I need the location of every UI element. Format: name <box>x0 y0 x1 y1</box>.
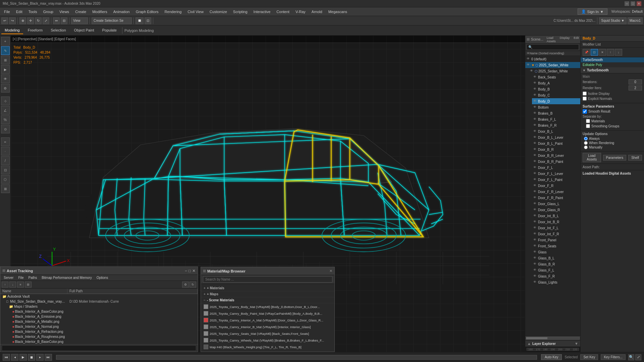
maximize-btn[interactable]: □ <box>631 1 635 6</box>
scene-item-door-fl-lever[interactable]: 👁 Door_F_L_Lever <box>532 171 580 177</box>
at-col-name[interactable]: Name <box>0 289 67 294</box>
scene-item-door-int-bl[interactable]: 👁 Door_Int_B_L <box>532 213 580 219</box>
angle-snap[interactable]: ∠ <box>1 106 10 115</box>
go-to-end-btn[interactable]: ⏭ <box>45 354 52 361</box>
menu-item-graph-editors[interactable]: Graph Editors <box>133 9 161 14</box>
go-to-start-btn[interactable]: ⏮ <box>3 354 10 361</box>
menu-item-views[interactable]: Views <box>57 9 72 14</box>
scene-item-door-glass-r[interactable]: 👁 Door_Glass_R <box>532 207 580 213</box>
at-row-tex-3[interactable]: ■Black_Interior_A_Metallic.png <box>0 319 198 324</box>
at-row-max-file[interactable]: 🗋Mid_Size_Sedan_Black_max_vray.max D:\3D… <box>0 299 198 304</box>
motion-btn[interactable]: ▶ <box>1 65 10 74</box>
utilities-btn[interactable]: ⚙ <box>1 84 10 93</box>
scene-item-sedan-white-parent[interactable]: 👁 ▼ ⬡ 2025_Sedan_White <box>525 62 580 68</box>
polygon-mode[interactable]: ⬡ <box>1 175 10 184</box>
scene-item-door-br-lever[interactable]: 👁 Door_B_R_Lever <box>532 153 580 159</box>
at-menu-server[interactable]: Server <box>2 276 15 280</box>
scene-item-door-fr-lever[interactable]: 👁 Door_F_R_Lever <box>532 189 580 195</box>
menu-item-tools[interactable]: Tools <box>26 9 40 14</box>
at-menu-options[interactable]: Options <box>95 276 110 280</box>
mod-icon-up[interactable]: ↑ <box>607 49 614 56</box>
at-row-maps-shaders[interactable]: 📁Maps / Shaders <box>0 304 198 309</box>
scene-item-front-panel[interactable]: 👁 Front_Panel <box>532 237 580 243</box>
menu-item-arnold[interactable]: Arnold <box>309 9 325 14</box>
hierarchy-btn[interactable]: ⊞ <box>1 56 10 64</box>
scene-item-glass-br[interactable]: 👁 Glass_B_R <box>532 261 580 267</box>
menu-item-modifiers[interactable]: Modifiers <box>90 9 110 14</box>
isoline-checkbox[interactable] <box>583 92 587 96</box>
layer-explorer-btn[interactable]: ▲ Layer Explorer ▼ <box>525 340 580 347</box>
render-iters-value[interactable]: 2 <box>629 85 642 90</box>
scene-item-glass-fl[interactable]: 👁 Glass_F_L <box>532 267 580 273</box>
when-rendering-radio[interactable] <box>584 141 588 145</box>
vertex-mode[interactable]: · <box>1 147 10 156</box>
scene-item-brakes-fr[interactable]: 👁 Brakes_F_R <box>532 122 580 128</box>
scene-item-body-b[interactable]: 👁 Body_B <box>532 86 580 92</box>
at-row-tex-7[interactable]: ■Black_Interior_B_BaseColor.png <box>0 339 198 344</box>
next-frame-btn[interactable]: ▸ <box>36 354 44 361</box>
load-assets-btn[interactable]: Load Assets <box>583 153 601 162</box>
scene-item-door-br[interactable]: 👁 Door_B_R <box>532 146 580 153</box>
prev-frame-btn[interactable]: ◂ <box>11 354 18 361</box>
redo-icon[interactable]: ↪ <box>9 17 16 24</box>
rotate-tool[interactable]: ↻ <box>35 17 42 24</box>
at-search-input[interactable] <box>2 345 196 351</box>
explicit-normals-checkbox[interactable] <box>583 97 587 101</box>
at-maximize-btn[interactable]: □ <box>189 268 191 273</box>
scene-tab-select[interactable]: Load Assets <box>545 36 558 44</box>
scene-list-scrollbar[interactable] <box>526 337 580 340</box>
menu-item-create[interactable]: Create <box>72 9 89 14</box>
mat-item-interior-a[interactable]: 2025_Toyota_Camry_Interior_A_Mat (VRayMt… <box>201 317 334 323</box>
mod-icon-configure[interactable]: ⊡ <box>591 49 598 56</box>
menu-item-scripting[interactable]: Scripting <box>230 9 250 14</box>
scene-item-bottom[interactable]: 👁 Bottom <box>532 104 580 110</box>
mb-section-maps[interactable]: + + Maps <box>201 291 334 297</box>
scene-item-body-a[interactable]: 👁 Body_A <box>532 80 580 86</box>
at-row-tex-5[interactable]: ■Black_Interior_A_Refraction.png <box>0 329 198 334</box>
timeline[interactable] <box>56 355 537 360</box>
menu-item-civil-view[interactable]: Civil View <box>185 9 206 14</box>
edge-mode[interactable]: / <box>1 156 10 165</box>
mat-item-body-paint[interactable]: 2025_Toyota_Camry_Body_Paint_Mat (VRayCa… <box>201 310 334 317</box>
autokey-indicator[interactable]: Auto Key <box>541 354 562 360</box>
menu-item-content[interactable]: Content <box>274 9 292 14</box>
at-row-tex-6[interactable]: ■Black_Interior_A_Roughness.png <box>0 334 198 339</box>
modifier-editable-poly[interactable]: Editable Poly <box>581 62 644 67</box>
snap-btn[interactable]: 🔲 <box>136 17 144 24</box>
manually-radio[interactable] <box>584 145 588 149</box>
scene-item-glass[interactable]: 👁 Glass <box>532 249 580 255</box>
zoom-icon[interactable]: 🔍 <box>628 354 634 360</box>
at-menu-file[interactable]: File <box>16 276 25 280</box>
zoom-expand-icon[interactable]: ⤢ <box>635 354 641 360</box>
scene-item-door-glass-l[interactable]: 👁 Door_Glass_L <box>532 201 580 207</box>
shelf-btn[interactable]: Shelf <box>628 155 642 161</box>
parameters-btn[interactable]: Parameters <box>603 155 627 161</box>
at-tb-settings[interactable]: ⚙ <box>182 282 189 288</box>
mat-item-seats[interactable]: 2025_Toyota_Camry_Seats_Mat (VRayMtl) [B… <box>201 330 334 337</box>
scene-item-glass-bl[interactable]: 👁 Glass_B_L <box>532 255 580 261</box>
minimize-btn[interactable]: ─ <box>625 1 629 6</box>
materials-checkbox[interactable] <box>586 119 590 123</box>
play-btn[interactable]: ▶ <box>19 354 27 361</box>
turbosmooth-section-header[interactable]: ▼ TurboSmooth <box>581 67 644 73</box>
mat-item-interior-b[interactable]: 2025_Toyota_Camry_Interior_B_Mat (VRayMt… <box>201 323 334 330</box>
move-tool[interactable]: ✛ <box>27 17 34 24</box>
select-tool[interactable]: ⊕ <box>19 17 26 24</box>
scene-item-door-int-fr[interactable]: 👁 Door_Int_F_R <box>532 231 580 237</box>
modify-panel-btn[interactable]: ✎ <box>1 46 10 55</box>
squid-studio-btn[interactable]: Squid Studio ▼ <box>599 17 626 24</box>
edit-mode-btn[interactable]: ▪▪ <box>1 137 10 146</box>
menu-item-megascans[interactable]: Megascans <box>326 9 350 14</box>
key-filters-btn[interactable]: Key Filters... <box>601 354 626 360</box>
at-tb-grid[interactable]: ⊞ <box>25 282 32 288</box>
scene-item-door-fl[interactable]: 👁 Door_F_L <box>532 165 580 171</box>
menu-item-rendering[interactable]: Rendering <box>162 9 184 14</box>
window-controls[interactable]: ─ □ ✕ <box>625 1 641 6</box>
scene-item-back-seats[interactable]: 👁 Back_Seats <box>532 74 580 80</box>
undo-icon[interactable]: ↩ <box>1 17 8 24</box>
sort-label[interactable]: Name (Sorted Ascending) <box>530 52 564 55</box>
at-tb-export[interactable]: ↓ <box>9 282 16 288</box>
at-menu-bitmap[interactable]: Bitmap Performance and Memory <box>40 276 94 280</box>
tab-modeling[interactable]: Modeling <box>1 27 23 34</box>
always-radio[interactable] <box>584 137 588 140</box>
